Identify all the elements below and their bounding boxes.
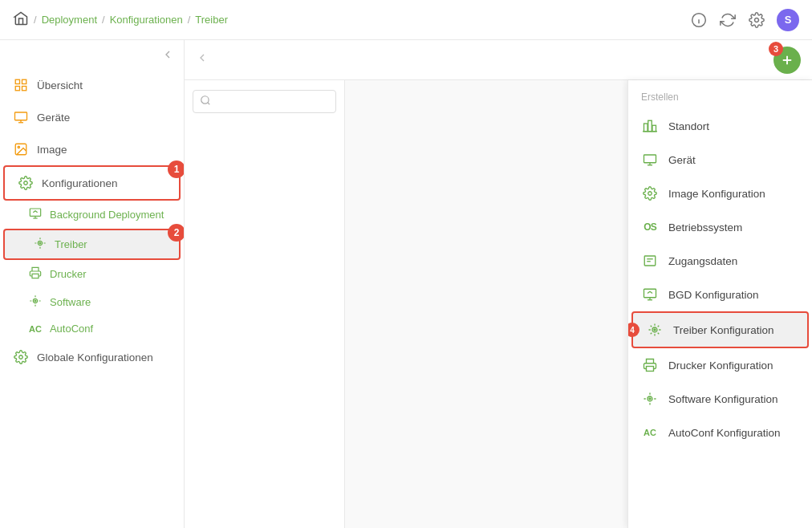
middle-column	[345, 80, 627, 528]
sidebar: Übersicht Geräte Image	[0, 40, 185, 528]
create-software-konfig-label: Software Konfiguration	[668, 393, 778, 405]
treiber-icon	[34, 237, 47, 252]
global-gear-icon	[13, 349, 29, 365]
content-header: 3	[185, 40, 812, 80]
create-bgd-konfig-label: BGD Konfiguration	[668, 289, 759, 301]
breadcrumb-deployment[interactable]: Deployment	[42, 14, 97, 26]
standort-icon	[641, 117, 659, 135]
svg-point-18	[39, 242, 41, 244]
create-geraet-label: Gerät	[668, 154, 696, 166]
treiber-konfig-badge: 4	[627, 323, 639, 337]
breadcrumb-current: Treiber	[195, 14, 228, 26]
treiber-label: Treiber	[55, 238, 87, 250]
autoconf-label: AutoConf	[50, 323, 93, 335]
create-betriebssystem-label: Betriebssystem	[668, 221, 742, 234]
svg-rect-43	[647, 367, 654, 372]
breadcrumb-sep-2: /	[102, 14, 105, 26]
search-box[interactable]	[193, 90, 336, 113]
image-icon	[13, 141, 29, 157]
bgd-icon	[29, 207, 42, 222]
search-input[interactable]	[211, 95, 329, 108]
breadcrumb-konfigurationen[interactable]: Konfigurationen	[110, 14, 183, 26]
create-autoconf-konfig-item[interactable]: AC AutoConf Konfiguration	[628, 416, 812, 449]
sidebar-sub-treiber[interactable]: 2 Treiber	[3, 229, 181, 260]
geraete-icon	[13, 109, 29, 125]
app-header: / Deployment / Konfigurationen / Treiber…	[0, 0, 812, 40]
sidebar-sub-drucker[interactable]: Drucker	[0, 260, 184, 288]
svg-rect-28	[648, 120, 652, 132]
drucker-konfig-icon	[641, 356, 659, 374]
create-drucker-konfig-item[interactable]: Drucker Konfiguration	[628, 348, 812, 382]
konfigurationen-badge: 1	[168, 160, 185, 178]
create-zugangsdaten-item[interactable]: Zugangsdaten	[628, 244, 812, 278]
create-standort-label: Standort	[668, 120, 709, 132]
create-geraet-icon	[641, 151, 659, 169]
sidebar-sub-autoconf[interactable]: AC AutoConf	[0, 316, 184, 341]
zugangsdaten-icon	[641, 252, 659, 270]
settings-icon[interactable]	[748, 11, 765, 29]
software-label: Software	[50, 296, 91, 308]
svg-rect-4	[15, 79, 19, 83]
create-software-konfig-item[interactable]: Software Konfiguration	[628, 382, 812, 416]
svg-rect-27	[644, 124, 648, 132]
sidebar-sub-software[interactable]: Software	[0, 288, 184, 316]
sidebar-collapse-button[interactable]	[0, 40, 184, 69]
svg-rect-8	[15, 112, 27, 120]
create-image-konfig-item[interactable]: Image Konfiguration	[628, 177, 812, 210]
content-body: Erstellen Standort	[185, 80, 812, 528]
sidebar-item-geraete[interactable]: Geräte	[0, 101, 184, 133]
sidebar-item-image[interactable]: Image	[0, 133, 184, 165]
betriebssystem-icon: OS	[641, 218, 659, 236]
create-image-konfig-label: Image Konfiguration	[668, 188, 765, 200]
create-bgd-konfig-item[interactable]: BGD Konfiguration	[628, 278, 812, 311]
create-zugangsdaten-label: Zugangsdaten	[668, 255, 737, 267]
image-konfig-icon	[641, 185, 659, 202]
drucker-label: Drucker	[50, 268, 87, 280]
svg-rect-6	[15, 87, 19, 91]
autoconf-konfig-icon: AC	[641, 424, 659, 441]
software-konfig-icon	[641, 390, 659, 408]
svg-rect-29	[652, 125, 656, 132]
sidebar-item-globale-konfigurationen[interactable]: Globale Konfigurationen	[0, 341, 184, 373]
uebersicht-icon	[13, 77, 29, 93]
svg-rect-35	[644, 256, 656, 266]
search-icon	[200, 95, 211, 108]
konfigurationen-label: Konfigurationen	[42, 177, 118, 189]
create-standort-item[interactable]: Standort	[628, 109, 812, 143]
svg-rect-38	[644, 289, 656, 298]
globale-konfigurationen-label: Globale Konfigurationen	[37, 351, 153, 364]
sidebar-sub-background-deployment[interactable]: Background Deployment	[0, 201, 184, 229]
svg-line-26	[208, 103, 210, 105]
create-treiber-konfig-label: Treiber Konfiguration	[673, 324, 774, 336]
sidebar-item-uebersicht[interactable]: Übersicht	[0, 69, 184, 101]
add-create-button[interactable]: 3	[773, 47, 801, 74]
svg-point-13	[24, 181, 28, 185]
treiber-konfig-icon	[646, 321, 664, 339]
add-button-badge: 3	[769, 42, 783, 56]
breadcrumb: / Deployment / Konfigurationen / Treiber	[13, 10, 228, 29]
home-icon[interactable]	[13, 10, 29, 29]
svg-point-25	[201, 96, 209, 104]
header-icons: S	[690, 9, 799, 31]
svg-point-45	[649, 398, 651, 400]
sidebar-item-konfigurationen[interactable]: 1 Konfigurationen	[3, 165, 181, 201]
svg-point-3	[755, 18, 759, 22]
image-label: Image	[37, 144, 67, 156]
bgd-konfig-icon	[641, 286, 659, 303]
refresh-icon[interactable]	[719, 11, 737, 29]
svg-rect-7	[22, 87, 26, 91]
treiber-badge: 2	[168, 224, 185, 242]
search-panel	[185, 80, 345, 528]
create-drucker-konfig-label: Drucker Konfiguration	[668, 359, 773, 372]
user-avatar[interactable]: S	[777, 9, 799, 31]
content-back-button[interactable]	[196, 51, 209, 68]
create-betriebssystem-item[interactable]: OS Betriebssystem	[628, 210, 812, 244]
svg-rect-5	[22, 79, 26, 83]
create-geraet-item[interactable]: Gerät	[628, 143, 812, 177]
info-icon[interactable]	[690, 11, 708, 29]
geraete-label: Geräte	[37, 112, 70, 124]
svg-point-22	[19, 355, 23, 359]
bgd-label: Background Deployment	[50, 209, 164, 221]
breadcrumb-sep-3: /	[188, 14, 191, 26]
create-treiber-konfig-item[interactable]: 4 Treiber Konfiguration	[631, 311, 809, 348]
